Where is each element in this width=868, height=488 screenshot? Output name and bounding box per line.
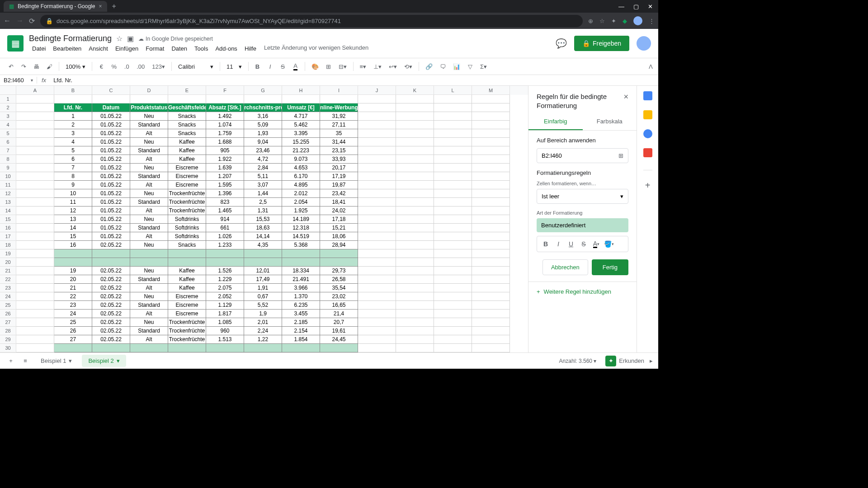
menu-hilfe[interactable]: Hilfe	[241, 44, 259, 53]
all-sheets-icon[interactable]: ≡	[20, 356, 31, 366]
table-cell[interactable]: 4.653	[282, 164, 320, 172]
col-header[interactable]: A	[16, 86, 54, 95]
table-cell[interactable]	[92, 249, 130, 258]
table-cell[interactable]: 01.05.22	[92, 138, 130, 146]
cell[interactable]	[16, 310, 54, 318]
table-cell[interactable]: 33,93	[320, 155, 358, 164]
cell[interactable]	[358, 249, 396, 258]
table-cell[interactable]: Snacks	[168, 112, 206, 121]
table-cell[interactable]: 15,21	[320, 224, 358, 232]
table-cell[interactable]: Kaffee	[168, 146, 206, 155]
col-header[interactable]: K	[396, 86, 434, 95]
cell[interactable]	[358, 224, 396, 232]
cell[interactable]	[358, 301, 396, 310]
table-cell[interactable]: Neu	[130, 241, 168, 249]
table-cell[interactable]: Eiscreme	[168, 292, 206, 301]
zoom-select[interactable]: 100% ▾	[63, 62, 88, 71]
cell[interactable]	[396, 198, 434, 206]
font-select[interactable]: Calibri ▾	[175, 62, 216, 71]
cell[interactable]	[16, 241, 54, 249]
table-cell[interactable]: 01.05.22	[92, 129, 130, 138]
table-cell[interactable]: 17,19	[320, 172, 358, 181]
cell[interactable]	[16, 249, 54, 258]
fx-icon[interactable]: fx	[37, 77, 51, 84]
sheet-tab-2[interactable]: Beispiel 2 ▾	[82, 355, 126, 367]
table-cell[interactable]: 14,14	[244, 232, 282, 241]
table-cell[interactable]: 5.462	[282, 121, 320, 129]
table-cell[interactable]: 21	[54, 284, 92, 292]
cell[interactable]	[434, 146, 472, 155]
add-rule-button[interactable]: + Weitere Regel hinzufügen	[528, 282, 637, 301]
cell[interactable]	[472, 241, 510, 249]
cell[interactable]	[358, 258, 396, 267]
table-cell[interactable]: 18.334	[282, 267, 320, 275]
table-cell[interactable]: Standard	[130, 327, 168, 335]
cell[interactable]	[16, 164, 54, 172]
fmt-italic-icon[interactable]: I	[553, 239, 563, 249]
contacts-icon[interactable]	[643, 148, 652, 157]
table-cell[interactable]: 1.370	[282, 292, 320, 301]
table-cell[interactable]	[320, 258, 358, 267]
table-cell[interactable]: 9	[54, 181, 92, 189]
bookmark-icon[interactable]: ☆	[599, 18, 605, 24]
row-header[interactable]: 8	[0, 155, 16, 164]
cell[interactable]	[472, 232, 510, 241]
row-header[interactable]: 13	[0, 198, 16, 206]
table-cell[interactable]: 6.170	[282, 172, 320, 181]
cell[interactable]	[434, 310, 472, 318]
table-cell[interactable]: Kaffee	[168, 155, 206, 164]
table-cell[interactable]: 18,41	[320, 198, 358, 206]
cell[interactable]	[472, 95, 510, 103]
sheet-tab-1[interactable]: Beispiel 1 ▾	[34, 355, 78, 367]
col-header[interactable]: M	[472, 86, 510, 95]
cell[interactable]	[16, 327, 54, 335]
cell[interactable]	[434, 206, 472, 215]
range-input[interactable]: B2:I460 ⊞	[537, 148, 628, 163]
table-cell[interactable]: Kaffee	[168, 284, 206, 292]
cell[interactable]	[396, 155, 434, 164]
table-cell[interactable]: Trockenfrüchte	[168, 198, 206, 206]
table-cell[interactable]: 31,44	[320, 138, 358, 146]
currency-icon[interactable]: €	[96, 61, 107, 72]
cell[interactable]	[396, 267, 434, 275]
condition-select[interactable]: Ist leer ▾	[537, 189, 628, 204]
cell[interactable]	[434, 232, 472, 241]
table-cell[interactable]: 1.465	[206, 206, 244, 215]
cell[interactable]	[396, 241, 434, 249]
table-cell[interactable]: 23,15	[320, 146, 358, 155]
table-cell[interactable]: 02.05.22	[92, 241, 130, 249]
col-header[interactable]: L	[434, 86, 472, 95]
row-header[interactable]: 10	[0, 172, 16, 181]
row-header[interactable]: 11	[0, 181, 16, 189]
cell[interactable]	[358, 155, 396, 164]
table-cell[interactable]	[92, 258, 130, 267]
table-cell[interactable]: Alt	[130, 206, 168, 215]
table-cell[interactable]: 1.026	[206, 232, 244, 241]
table-cell[interactable]: 02.05.22	[92, 335, 130, 344]
cell[interactable]	[472, 129, 510, 138]
table-header-cell[interactable]: nline-Werbung [	[320, 103, 358, 112]
cell[interactable]	[472, 292, 510, 301]
cell[interactable]	[358, 138, 396, 146]
add-addon-icon[interactable]: +	[645, 180, 651, 191]
collapse-side-icon[interactable]: ▸	[650, 357, 653, 364]
table-cell[interactable]	[54, 344, 92, 352]
table-cell[interactable]: 960	[206, 327, 244, 335]
row-header[interactable]: 30	[0, 344, 16, 352]
cell[interactable]	[16, 121, 54, 129]
share-button[interactable]: 🔒 Freigeben	[574, 36, 629, 51]
table-cell[interactable]: 02.05.22	[92, 284, 130, 292]
doc-title[interactable]: Bedingte Formatierung	[29, 34, 112, 43]
table-cell[interactable]: Alt	[130, 155, 168, 164]
cell[interactable]	[472, 284, 510, 292]
table-cell[interactable]: 8	[54, 172, 92, 181]
table-cell[interactable]: 02.05.22	[92, 301, 130, 310]
formula-input[interactable]: Lfd. Nr.	[51, 77, 75, 84]
table-cell[interactable]: Trockenfrüchte	[168, 206, 206, 215]
cell[interactable]	[358, 284, 396, 292]
table-cell[interactable]: Kaffee	[168, 275, 206, 284]
table-cell[interactable]: 16,65	[320, 301, 358, 310]
row-header[interactable]: 27	[0, 318, 16, 327]
table-cell[interactable]: 15,53	[244, 215, 282, 224]
cell[interactable]	[472, 267, 510, 275]
